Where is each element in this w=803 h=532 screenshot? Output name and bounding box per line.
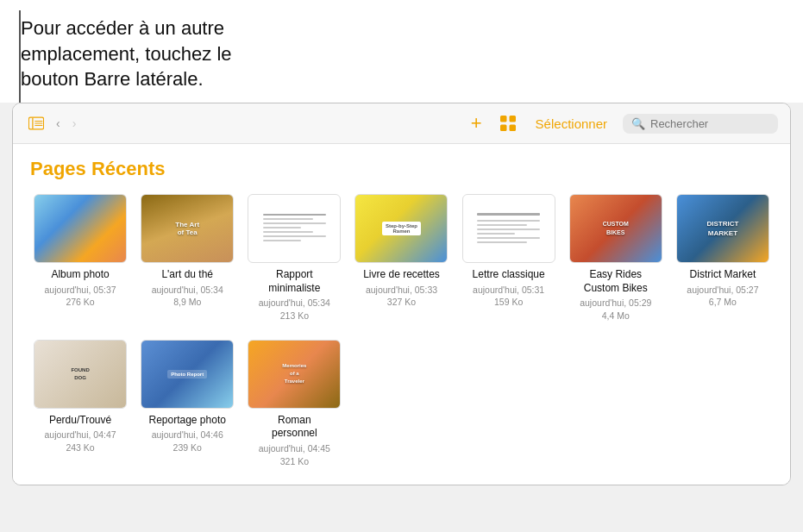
doc-title-roman: Roman personnel [272,414,317,441]
back-button[interactable]: ‹ [53,113,64,134]
app-window: ‹ › + Sélectionner 🔍 [12,103,791,485]
doc-title-rapport: Rapport minimaliste [268,268,320,295]
book-cover-art-du-the: The Artof Tea [141,195,233,262]
tooltip-text: Pour accéder à un autre emplacement, tou… [21,17,232,90]
doc-meta-perdu: aujourd'hui, 04:47 243 Ko [44,429,116,454]
svg-rect-7 [500,125,507,132]
doc-meta-reportage: aujourd'hui, 04:46 239 Ko [152,429,223,454]
doc-lines-lettre [472,206,545,251]
doc-item-roman[interactable]: Memoriesof aTraveler Roman personnel auj… [244,340,344,468]
book-cover-perdu: FOUNDDOG [35,341,126,408]
sidebar-icon [28,116,44,131]
doc-meta-livre: aujourd'hui, 05:33 327 Ko [366,284,437,309]
doc-item-livre-recettes[interactable]: Step-by-StepRamen Livre de recettes aujo… [351,194,451,322]
svg-rect-8 [509,125,516,132]
search-box: 🔍 [623,114,778,134]
search-icon: 🔍 [631,117,645,130]
doc-thumb-lettre [462,194,555,263]
book-cover-livre: Step-by-StepRamen [355,195,447,262]
documents-row2: FOUNDDOG Perdu/Trouvé aujourd'hui, 04:47… [30,340,773,468]
book-cover-district: DISTRICTMARKET [677,195,768,262]
doc-thumb-album-photo [34,194,127,263]
doc-title-album-photo: Album photo [51,268,109,282]
doc-item-lettre[interactable]: Lettre classique aujourd'hui, 05:31 159 … [459,194,559,322]
doc-item-perdu-trouve[interactable]: FOUNDDOG Perdu/Trouvé aujourd'hui, 04:47… [30,340,130,468]
doc-thumb-roman: Memoriesof aTraveler [248,340,341,409]
doc-meta-rapport: aujourd'hui, 05:34 213 Ko [259,297,330,322]
doc-thumb-reportage: Photo Report [141,340,234,409]
svg-rect-5 [500,116,507,122]
content-area: Pages Récents Album photo aujourd'hui, 0… [13,144,790,485]
doc-meta-art-du-the: aujourd'hui, 05:34 8,9 Mo [152,284,223,309]
toolbar-left: ‹ › [25,113,79,134]
tooltip-area: Pour accéder à un autre emplacement, tou… [0,0,803,103]
doc-item-reportage[interactable]: Photo Report Reportage photo aujourd'hui… [137,340,237,468]
book-cover-roman: Memoriesof aTraveler [248,341,340,408]
grid-icon [499,115,517,132]
section-title: Pages Récents [30,158,773,180]
book-cover-easy-rides: CUSTOMBIKES [570,195,662,262]
doc-meta-easy-rides: aujourd'hui, 05:29 4,4 Mo [580,297,651,322]
doc-title-easy-rides: Easy Rides Custom Bikes [584,268,648,295]
doc-item-easy-rides[interactable]: CUSTOMBIKES Easy Rides Custom Bikes aujo… [566,194,666,322]
select-button[interactable]: Sélectionner [530,113,612,135]
doc-lines-rapport [258,209,331,249]
doc-thumb-perdu: FOUNDDOG [34,340,127,409]
doc-item-album-photo[interactable]: Album photo aujourd'hui, 05:37 276 Ko [30,194,130,322]
search-input[interactable] [650,117,769,130]
doc-title-district: District Market [690,268,756,282]
doc-title-art-du-the: L'art du thé [161,268,213,282]
doc-meta-lettre: aujourd'hui, 05:31 159 Ko [473,284,544,309]
documents-row1: Album photo aujourd'hui, 05:37 276 Ko Th… [30,194,773,322]
doc-meta-roman: aujourd'hui, 04:45 321 Ko [259,442,330,467]
doc-meta-album-photo: aujourd'hui, 05:37 276 Ko [44,284,116,309]
toolbar: ‹ › + Sélectionner 🔍 [13,103,790,144]
doc-thumb-easy-rides: CUSTOMBIKES [569,194,662,263]
doc-title-reportage: Reportage photo [149,414,226,428]
doc-item-district-market[interactable]: DISTRICTMARKET District Market aujourd'h… [673,194,773,322]
doc-title-lettre: Lettre classique [473,268,545,282]
doc-title-perdu: Perdu/Trouvé [49,414,111,428]
doc-thumb-livre: Step-by-StepRamen [354,194,448,263]
doc-item-art-du-the[interactable]: The Artof Tea L'art du thé aujourd'hui, … [137,194,237,322]
doc-thumb-district: DISTRICTMARKET [676,194,769,263]
doc-title-livre: Livre de recettes [363,268,440,282]
doc-item-rapport[interactable]: Rapport minimaliste aujourd'hui, 05:34 2… [244,194,344,322]
grid-view-button[interactable] [496,111,520,135]
add-button[interactable]: + [467,110,486,136]
doc-thumb-rapport [248,194,341,263]
book-cover-reportage: Photo Report [141,341,233,408]
doc-thumb-art-du-the: The Artof Tea [141,194,234,263]
svg-rect-6 [509,116,516,122]
forward-button[interactable]: › [69,113,80,134]
toolbar-right: + Sélectionner 🔍 [467,110,778,136]
doc-meta-district: aujourd'hui, 05:27 6,7 Mo [687,284,758,309]
sidebar-toggle-button[interactable] [25,114,47,133]
